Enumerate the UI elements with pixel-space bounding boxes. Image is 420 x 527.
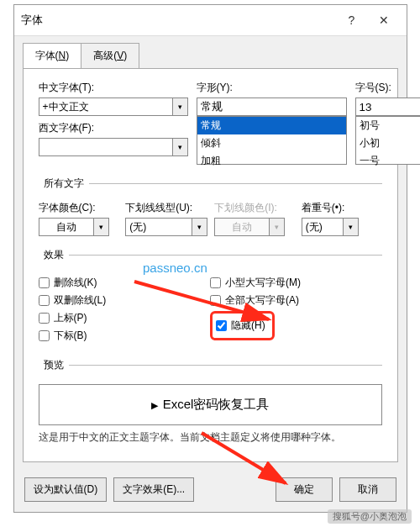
legend-preview: 预览 (39, 358, 69, 372)
checkbox-superscript[interactable]: 上标(P) (39, 311, 211, 325)
all-text-group: 所有文字 字体颜色(C): ▾ 下划线线型(U): ▾ 下划线颜色(I): ▾ … (39, 177, 382, 236)
label-style: 字形(Y): (197, 81, 347, 95)
label-size: 字号(S): (355, 81, 421, 95)
preview-group: 预览 ▶Excel密码恢复工具 这是用于中文的正文主题字体。当前文档主题定义将使… (39, 358, 382, 453)
cn-font-input[interactable] (39, 97, 173, 116)
font-dialog: 字体 ? ✕ 字体(N) 高级(V) 中文字体(T): ▾ 西文字体(F): ▾… (13, 4, 407, 513)
dialog-title: 字体 (21, 13, 336, 28)
highlight-box: 隐藏(H) (210, 311, 275, 340)
preview-box: ▶Excel密码恢复工具 (39, 384, 382, 425)
west-font-input[interactable] (39, 138, 173, 156)
size-input[interactable] (355, 97, 421, 116)
attribution-text: 搜狐号@小奥泡泡 (328, 509, 412, 524)
tab-advanced[interactable]: 高级(V) (81, 43, 139, 68)
titlebar: 字体 ? ✕ (14, 5, 407, 36)
effects-group: 效果 删除线(K) 双删除线(L) 上标(P) 下标(B) 小型大写字母(M) … (39, 248, 382, 346)
size-listbox[interactable]: 初号 小初 一号 (355, 116, 421, 165)
list-item[interactable]: 一号 (356, 152, 421, 170)
style-listbox[interactable]: 常规 倾斜 加粗 (197, 116, 347, 165)
chevron-down-icon[interactable]: ▾ (192, 218, 207, 236)
font-color-select[interactable] (39, 218, 94, 236)
legend-all-text: 所有文字 (39, 177, 89, 191)
chevron-down-icon[interactable]: ▾ (94, 218, 109, 236)
list-item[interactable]: 加粗 (197, 152, 346, 170)
list-item[interactable]: 初号 (356, 117, 421, 134)
list-item[interactable]: 常规 (197, 117, 346, 134)
style-input[interactable] (197, 97, 347, 116)
checkbox-smallcaps[interactable]: 小型大写字母(M) (210, 276, 382, 290)
cancel-button[interactable]: 取消 (339, 477, 396, 502)
watermark-text: passneo.cn (143, 261, 207, 275)
list-item[interactable]: 小初 (356, 134, 421, 152)
dialog-body: 中文字体(T): ▾ 西文字体(F): ▾ 字形(Y): 常规 倾斜 加粗 (23, 68, 398, 462)
label-font-color: 字体颜色(C): (39, 201, 119, 215)
cn-font-dropdown-icon[interactable]: ▾ (173, 97, 188, 116)
button-bar: 设为默认值(D) 文字效果(E)... 确定 取消 (14, 471, 407, 512)
label-emphasis: 着重号(•): (302, 201, 382, 215)
underline-color-select (214, 218, 270, 236)
checkbox-double-strikethrough[interactable]: 双删除线(L) (39, 293, 211, 308)
underline-style-select[interactable] (125, 218, 192, 236)
legend-effects: 效果 (39, 248, 69, 262)
label-cn-font: 中文字体(T): (39, 81, 188, 95)
tab-strip: 字体(N) 高级(V) (14, 36, 407, 68)
chevron-down-icon[interactable]: ▾ (344, 218, 359, 236)
tab-font[interactable]: 字体(N) (23, 43, 82, 68)
chevron-down-icon: ▾ (270, 218, 285, 236)
label-west-font: 西文字体(F): (39, 121, 188, 135)
label-underline-style: 下划线线型(U): (125, 201, 207, 215)
emphasis-select[interactable] (302, 218, 344, 236)
play-icon: ▶ (151, 400, 158, 411)
close-button[interactable]: ✕ (368, 10, 400, 30)
description-text: 这是用于中文的正文主题字体。当前文档主题定义将使用哪种字体。 (39, 430, 382, 445)
ok-button[interactable]: 确定 (276, 477, 333, 502)
help-button[interactable]: ? (336, 10, 368, 30)
checkbox-hidden[interactable]: 隐藏(H) (216, 319, 265, 333)
text-effects-button[interactable]: 文字效果(E)... (113, 477, 194, 502)
checkbox-subscript[interactable]: 下标(B) (39, 329, 211, 343)
checkbox-allcaps[interactable]: 全部大写字母(A) (210, 293, 382, 308)
label-underline-color: 下划线颜色(I): (214, 201, 295, 215)
checkbox-strikethrough[interactable]: 删除线(K) (39, 276, 211, 290)
preview-text: Excel密码恢复工具 (163, 397, 270, 411)
west-font-dropdown-icon[interactable]: ▾ (173, 138, 188, 156)
set-default-button[interactable]: 设为默认值(D) (24, 477, 108, 502)
list-item[interactable]: 倾斜 (197, 134, 346, 152)
